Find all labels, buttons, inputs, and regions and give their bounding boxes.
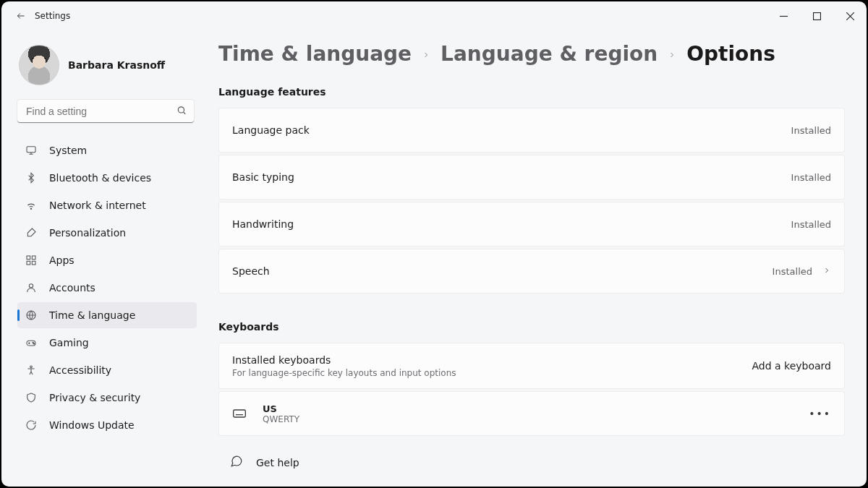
sidebar-item-label: Apps (49, 254, 75, 266)
feature-row-language-pack: Language packInstalled (218, 108, 845, 153)
profile-name: Barbara Krasnoff (68, 59, 165, 71)
gamepad-icon (25, 336, 38, 349)
minimize-button[interactable] (767, 4, 800, 27)
feature-status: Installed (791, 172, 831, 183)
apps-icon (25, 254, 38, 267)
feature-row-speech[interactable]: SpeechInstalled (218, 249, 845, 294)
sidebar-item-network-internet[interactable]: Network & internet (17, 192, 197, 218)
sidebar-item-label: Privacy & security (49, 392, 140, 403)
get-help-label: Get help (256, 457, 299, 468)
keyboards-list: Installed keyboards For language-specifi… (218, 343, 845, 436)
monitor-icon (25, 144, 38, 157)
avatar (19, 45, 59, 85)
installed-keyboards-title-block: Installed keyboards For language-specifi… (232, 354, 456, 378)
language-features-list: Language packInstalledBasic typingInstal… (218, 108, 845, 294)
section-label-language-features: Language features (218, 86, 845, 98)
svg-rect-5 (32, 256, 35, 260)
minimize-icon (780, 12, 788, 20)
get-help-link[interactable]: Get help (218, 436, 845, 477)
accessibility-icon (25, 364, 38, 377)
profile[interactable]: Barbara Krasnoff (17, 38, 201, 100)
close-icon (846, 12, 854, 20)
window-controls (767, 4, 867, 27)
svg-point-12 (33, 343, 34, 344)
svg-point-13 (30, 366, 33, 368)
sidebar: Barbara Krasnoff SystemBluetooth & devic… (1, 30, 211, 487)
sidebar-item-label: Gaming (49, 337, 89, 348)
feature-label: Language pack (232, 124, 310, 136)
svg-rect-4 (27, 256, 30, 260)
keyboard-name: US (263, 403, 299, 414)
sidebar-item-label: Bluetooth & devices (49, 172, 151, 184)
sidebar-item-label: Accounts (49, 282, 95, 294)
content: Barbara Krasnoff SystemBluetooth & devic… (1, 30, 867, 487)
feature-status: Installed (773, 266, 831, 277)
chevron-right-icon (822, 266, 831, 277)
svg-point-11 (33, 342, 33, 343)
sidebar-item-system[interactable]: System (17, 137, 197, 163)
close-button[interactable] (833, 4, 867, 27)
installed-keyboards-subtitle: For language-specific key layouts and in… (232, 368, 456, 378)
breadcrumb: Time & language Language & region Option… (218, 38, 845, 79)
svg-point-1 (178, 107, 184, 113)
sidebar-item-gaming[interactable]: Gaming (17, 330, 197, 356)
chevron-right-icon (422, 47, 430, 61)
chevron-right-icon (668, 47, 676, 61)
sidebar-item-time-language[interactable]: Time & language (17, 302, 197, 328)
keyboard-layout: QWERTY (263, 414, 299, 424)
section-label-keyboards: Keyboards (218, 321, 845, 333)
sidebar-item-apps[interactable]: Apps (17, 247, 197, 273)
search-input[interactable] (17, 100, 194, 123)
feature-label: Handwriting (232, 218, 294, 230)
installed-keyboards-header: Installed keyboards For language-specifi… (218, 343, 845, 389)
svg-rect-14 (234, 410, 246, 417)
person-icon (25, 281, 38, 294)
titlebar-left: Settings (1, 9, 70, 22)
keyboard-row[interactable]: US QWERTY ••• (218, 391, 845, 436)
titlebar: Settings (1, 1, 867, 30)
sidebar-item-privacy-security[interactable]: Privacy & security (17, 385, 197, 411)
svg-point-3 (30, 208, 31, 209)
maximize-button[interactable] (800, 4, 833, 27)
bluetooth-icon (25, 171, 38, 184)
svg-point-8 (29, 284, 33, 288)
sidebar-item-label: Time & language (49, 309, 135, 321)
add-keyboard-button[interactable]: Add a keyboard (752, 360, 831, 372)
sidebar-item-personalization[interactable]: Personalization (17, 220, 197, 246)
sidebar-item-accounts[interactable]: Accounts (17, 275, 197, 301)
more-options-button[interactable]: ••• (809, 408, 831, 419)
svg-rect-7 (32, 261, 35, 265)
breadcrumb-language-region[interactable]: Language & region (441, 42, 658, 66)
globe-clock-icon (25, 309, 38, 322)
app-title: Settings (35, 11, 70, 21)
update-icon (25, 419, 38, 432)
sidebar-item-label: Personalization (49, 227, 126, 239)
help-icon (230, 455, 243, 470)
breadcrumb-options: Options (686, 42, 775, 66)
sidebar-item-bluetooth-devices[interactable]: Bluetooth & devices (17, 165, 197, 191)
feature-label: Speech (232, 265, 270, 277)
sidebar-item-label: Network & internet (49, 200, 146, 211)
svg-rect-2 (27, 147, 35, 153)
svg-rect-0 (813, 12, 820, 20)
installed-keyboards-title: Installed keyboards (232, 354, 456, 366)
wifi-icon (25, 199, 38, 212)
settings-window: Settings Barbara Krasnoff (1, 1, 867, 487)
svg-rect-6 (27, 261, 30, 265)
search-field[interactable] (17, 100, 194, 123)
search-icon (176, 105, 187, 119)
sidebar-item-label: Windows Update (49, 419, 135, 431)
sidebar-item-windows-update[interactable]: Windows Update (17, 412, 197, 438)
breadcrumb-time-language[interactable]: Time & language (218, 42, 412, 66)
brush-icon (25, 226, 38, 239)
arrow-left-icon (16, 11, 26, 21)
shield-icon (25, 391, 38, 404)
feature-row-basic-typing: Basic typingInstalled (218, 155, 845, 200)
feature-status: Installed (791, 219, 831, 230)
sidebar-item-accessibility[interactable]: Accessibility (17, 357, 197, 383)
main: Time & language Language & region Option… (211, 30, 867, 487)
back-button[interactable] (14, 9, 27, 22)
sidebar-item-label: System (49, 145, 87, 156)
feature-status: Installed (791, 125, 831, 136)
keyboard-icon (232, 406, 247, 421)
